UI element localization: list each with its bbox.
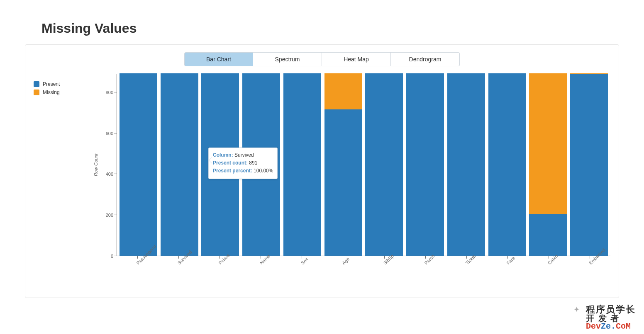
tab-bar-chart[interactable]: Bar Chart [184, 52, 253, 66]
bar-segment-missing [324, 73, 362, 109]
tooltip-column-key: Column: [213, 152, 233, 158]
view-tabs: Bar Chart Spectrum Heat Map Dendrogram [34, 52, 610, 66]
watermark-chinese: 程序员学长 [586, 305, 636, 314]
bar-passengerid[interactable] [118, 74, 159, 256]
bar-segment-present [283, 73, 321, 256]
bar-segment-present [365, 73, 403, 256]
bar-segment-present [529, 214, 567, 256]
chart: Row Count 0200400600800 Column: Survived… [92, 74, 610, 285]
plot-area: Column: Survived Present count: 891 Pres… [117, 74, 610, 256]
tooltip-column-val: Survived [234, 152, 254, 158]
watermark-kaifazhe: 开 发 者 [586, 314, 636, 322]
y-tick: 200 [106, 213, 113, 218]
legend-item-missing[interactable]: Missing [34, 90, 92, 95]
bar-parch[interactable] [405, 74, 446, 256]
legend-label-present: Present [43, 81, 60, 87]
bar-survived[interactable] [159, 74, 200, 256]
wechat-icon: ✦ [573, 306, 580, 313]
legend: Present Missing [34, 74, 92, 98]
tooltip-percent-key: Present percent: [213, 168, 252, 174]
tooltip-percent-val: 100.00% [254, 168, 273, 174]
bar-segment-present [120, 73, 157, 256]
legend-swatch-present [34, 81, 39, 87]
bar-age[interactable] [323, 74, 364, 256]
bar-segment-missing [529, 73, 567, 214]
y-tick: 600 [106, 131, 113, 136]
legend-swatch-missing [34, 90, 39, 95]
tooltip: Column: Survived Present count: 891 Pres… [208, 148, 278, 179]
bar-segment-present [406, 73, 444, 256]
tab-spectrum[interactable]: Spectrum [253, 52, 322, 66]
bar-sibsp[interactable] [364, 74, 405, 256]
bar-sex[interactable] [282, 74, 323, 256]
tab-dendrogram[interactable]: Dendrogram [391, 52, 460, 66]
y-axis: 0200400600800 [98, 74, 117, 256]
watermark: ✦ 程序员学长 开 发 者 DevZe.CoM [586, 305, 636, 331]
bar-segment-present [447, 73, 485, 256]
tooltip-count-val: 891 [249, 160, 257, 166]
legend-label-missing: Missing [43, 90, 60, 95]
bar-segment-present [161, 73, 198, 256]
y-tick: 0 [111, 254, 113, 259]
bar-ticket[interactable] [446, 74, 487, 256]
bar-embarked[interactable] [568, 74, 610, 256]
bar-segment-present [570, 74, 608, 256]
y-axis-label: Row Count [92, 74, 98, 256]
bar-segment-present [488, 73, 526, 256]
tab-heat-map[interactable]: Heat Map [322, 52, 391, 66]
y-tick: 400 [106, 172, 113, 177]
page-title: Missing Values [41, 21, 619, 36]
bar-fare[interactable] [487, 74, 528, 256]
y-tick: 800 [106, 90, 113, 95]
bar-segment-present [324, 109, 362, 256]
watermark-devze: DevZe.CoM [586, 322, 636, 331]
chart-card: Bar Chart Spectrum Heat Map Dendrogram P… [25, 44, 619, 298]
legend-item-present[interactable]: Present [34, 81, 92, 87]
bar-cabin[interactable] [528, 74, 569, 256]
tooltip-count-key: Present count: [213, 160, 248, 166]
